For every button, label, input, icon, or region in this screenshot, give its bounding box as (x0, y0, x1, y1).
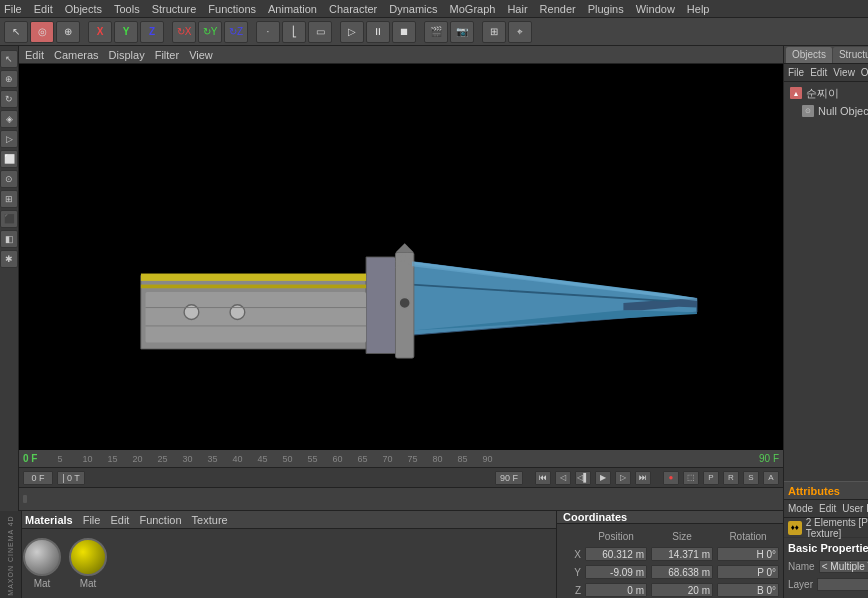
viewport-menu-filter[interactable]: Filter (155, 49, 179, 61)
tc-record[interactable]: ● (663, 471, 679, 485)
tool-rotate[interactable]: ↻ (0, 90, 18, 108)
tool-7[interactable]: ⊙ (0, 170, 18, 188)
toolbar-polys[interactable]: ▭ (308, 21, 332, 43)
menu-render[interactable]: Render (540, 3, 576, 15)
viewport-menu-edit[interactable]: Edit (25, 49, 44, 61)
tab-structure[interactable]: Structure (833, 47, 868, 63)
toolbar-anim3[interactable]: ⏹ (392, 21, 416, 43)
ruler-70: 70 (382, 454, 407, 464)
coord-size-z[interactable] (651, 583, 713, 597)
toolbar-x[interactable]: X (88, 21, 112, 43)
coord-pos-z[interactable] (585, 583, 647, 597)
tool-6[interactable]: ⬜ (0, 150, 18, 168)
material-item-1[interactable]: Mat (23, 538, 61, 589)
viewport-menu-cameras[interactable]: Cameras (54, 49, 99, 61)
toolbar-move[interactable]: ↖ (4, 21, 28, 43)
viewport-menu-display[interactable]: Display (109, 49, 145, 61)
menu-objects[interactable]: Objects (65, 3, 102, 15)
right-panel: Objects Structure File Edit View Objects… (783, 46, 868, 598)
tab-objects[interactable]: Objects (786, 47, 832, 63)
attrs-tab-edit[interactable]: Edit (819, 503, 836, 514)
tool-5[interactable]: ▷ (0, 130, 18, 148)
object-item-2[interactable]: ⊙ Null Object (786, 102, 868, 120)
tc-play-back[interactable]: ◁▌ (575, 471, 591, 485)
tc-key-rot[interactable]: R (723, 471, 739, 485)
mat-menu-texture[interactable]: Texture (192, 514, 228, 526)
toolbar-rotate-z[interactable]: ↻Z (224, 21, 248, 43)
tool-8[interactable]: ⊞ (0, 190, 18, 208)
menu-hair[interactable]: Hair (507, 3, 527, 15)
tc-auto-key[interactable]: ⬚ (683, 471, 699, 485)
subtab-view[interactable]: View (833, 67, 855, 78)
coord-rot-x[interactable] (717, 547, 779, 561)
menu-functions[interactable]: Functions (208, 3, 256, 15)
menu-structure[interactable]: Structure (152, 3, 197, 15)
coord-size-x[interactable] (651, 547, 713, 561)
tc-rewind[interactable]: ⏮ (535, 471, 551, 485)
toolbar-snap2[interactable]: ⌖ (508, 21, 532, 43)
menu-help[interactable]: Help (687, 3, 710, 15)
coord-pos-x[interactable] (585, 547, 647, 561)
viewport-menu-view[interactable]: View (189, 49, 213, 61)
menu-animation[interactable]: Animation (268, 3, 317, 15)
toolbar-rotate-x[interactable]: ↻X (172, 21, 196, 43)
menu-tools[interactable]: Tools (114, 3, 140, 15)
material-item-2[interactable]: Mat (69, 538, 107, 589)
tool-4[interactable]: ◈ (0, 110, 18, 128)
menu-mograph[interactable]: MoGraph (450, 3, 496, 15)
menu-plugins[interactable]: Plugins (588, 3, 624, 15)
attrs-name-label: Name (788, 561, 815, 572)
tool-9[interactable]: ⬛ (0, 210, 18, 228)
ruler-65: 65 (357, 454, 382, 464)
center-area: Edit Cameras Display Filter View (19, 46, 783, 598)
subtab-objects[interactable]: Objects (861, 67, 868, 78)
attrs-layer-input[interactable] (817, 578, 868, 591)
toolbar-select[interactable]: ◎ (30, 21, 54, 43)
toolbar-anim2[interactable]: ⏸ (366, 21, 390, 43)
tc-play[interactable]: ▶ (595, 471, 611, 485)
mat-menu-edit[interactable]: Edit (110, 514, 129, 526)
material-label-2: Mat (69, 578, 107, 589)
coord-pos-y[interactable] (585, 565, 647, 579)
toolbar-anim1[interactable]: ▷ (340, 21, 364, 43)
toolbar-edges[interactable]: ⎣ (282, 21, 306, 43)
coord-size-y[interactable] (651, 565, 713, 579)
tc-frame-input[interactable]: 0 F (23, 471, 53, 485)
mat-menu-file[interactable]: File (83, 514, 101, 526)
toolbar-scale[interactable]: ⊕ (56, 21, 80, 43)
tool-10[interactable]: ◧ (0, 230, 18, 248)
toolbar-render2[interactable]: 📷 (450, 21, 474, 43)
coord-rot-z[interactable] (717, 583, 779, 597)
tool-scale[interactable]: ⊕ (0, 70, 18, 88)
menu-dynamics[interactable]: Dynamics (389, 3, 437, 15)
coord-rot-y[interactable] (717, 565, 779, 579)
menu-character[interactable]: Character (329, 3, 377, 15)
tool-11[interactable]: ✱ (0, 250, 18, 268)
tc-key-scl[interactable]: S (743, 471, 759, 485)
tc-key-all[interactable]: A (763, 471, 779, 485)
menu-file[interactable]: File (4, 3, 22, 15)
toolbar-z[interactable]: Z (140, 21, 164, 43)
toolbar-render[interactable]: 🎬 (424, 21, 448, 43)
toolbar-points[interactable]: · (256, 21, 280, 43)
tool-move[interactable]: ↖ (0, 50, 18, 68)
subtab-edit[interactable]: Edit (810, 67, 827, 78)
material-label-1: Mat (23, 578, 61, 589)
tc-fast-forward[interactable]: ⏭ (635, 471, 651, 485)
object-item-1[interactable]: ▲ 순찌이 (786, 84, 868, 102)
menu-window[interactable]: Window (636, 3, 675, 15)
toolbar-rotate-y[interactable]: ↻Y (198, 21, 222, 43)
tc-prev-frame[interactable]: ◁ (555, 471, 571, 485)
menu-edit[interactable]: Edit (34, 3, 53, 15)
toolbar-y[interactable]: Y (114, 21, 138, 43)
tc-key-pos[interactable]: P (703, 471, 719, 485)
subtab-file[interactable]: File (788, 67, 804, 78)
attrs-name-input[interactable] (819, 560, 868, 573)
attrs-tab-mode[interactable]: Mode (788, 503, 813, 514)
toolbar-snap1[interactable]: ⊞ (482, 21, 506, 43)
3d-viewport[interactable] (19, 64, 783, 450)
tc-next-frame[interactable]: ▷ (615, 471, 631, 485)
svg-rect-7 (141, 274, 366, 281)
mat-menu-function[interactable]: Function (139, 514, 181, 526)
attrs-tab-userdata[interactable]: User Data (842, 503, 868, 514)
